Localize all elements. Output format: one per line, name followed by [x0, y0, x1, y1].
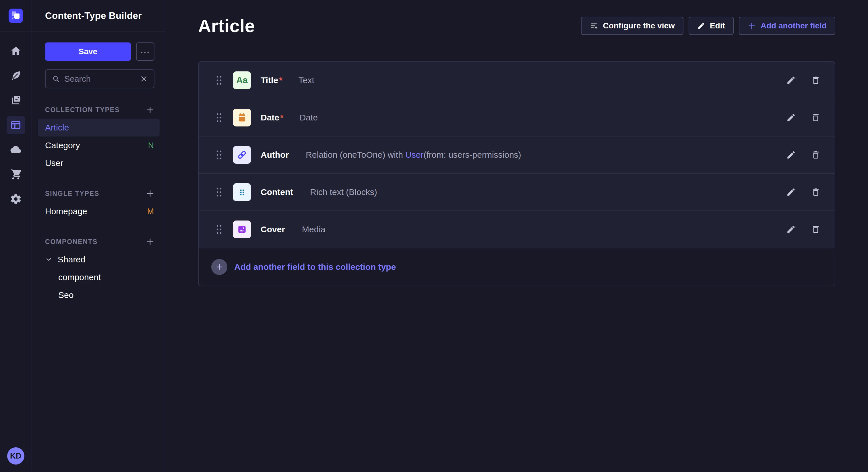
drag-handle-icon[interactable]	[215, 187, 223, 197]
sidebar-item-component[interactable]: component	[45, 268, 154, 286]
fields-table: Aa Title* Text Date* Date	[198, 61, 835, 286]
pencil-icon	[786, 225, 796, 234]
field-name: Content	[260, 187, 293, 197]
save-button[interactable]: Save	[45, 42, 131, 61]
delete-field-button[interactable]	[809, 111, 822, 124]
section-label: COMPONENTS	[45, 238, 98, 246]
status-badge-modified: M	[147, 207, 154, 216]
required-mark: *	[279, 75, 282, 85]
chevron-down-icon	[45, 256, 53, 263]
drag-handle-icon[interactable]	[215, 224, 223, 235]
pencil-icon	[786, 150, 796, 160]
sidebar-item-user[interactable]: User	[38, 154, 160, 172]
pencil-icon	[697, 22, 705, 30]
sidebar-item-article[interactable]: Article	[38, 119, 160, 136]
save-row: Save …	[45, 42, 154, 61]
add-single-type-button[interactable]	[146, 189, 154, 198]
plus-icon	[747, 22, 756, 30]
app-root: KD Content-Type Builder Save …	[0, 0, 868, 472]
table-row-date: Date* Date	[198, 99, 835, 136]
settings-gear-icon[interactable]	[7, 190, 25, 208]
pencil-icon	[786, 113, 796, 123]
section-components: COMPONENTS Shared component Seo	[45, 237, 154, 304]
status-badge-new: N	[148, 141, 154, 150]
add-collection-type-button[interactable]	[146, 105, 154, 114]
plus-icon	[146, 189, 154, 198]
trash-icon	[811, 150, 820, 160]
table-row-title: Aa Title* Text	[198, 62, 835, 99]
trash-icon	[811, 113, 820, 123]
section-single-types: SINGLE TYPES Homepage M	[45, 189, 154, 220]
media-field-icon	[233, 221, 251, 238]
sidebar-item-seo[interactable]: Seo	[45, 286, 154, 304]
field-type: Relation (oneToOne) with User(from: user…	[306, 150, 521, 160]
plus-circle-icon	[211, 259, 227, 275]
media-library-icon[interactable]	[7, 91, 25, 109]
date-field-icon	[233, 109, 251, 127]
delete-field-button[interactable]	[809, 148, 822, 161]
marketplace-cart-icon[interactable]	[7, 165, 25, 183]
edit-field-button[interactable]	[785, 111, 797, 124]
cloud-icon[interactable]	[7, 140, 25, 159]
field-name: Title	[260, 75, 278, 85]
edit-field-button[interactable]	[785, 186, 797, 198]
sidebar-item-homepage[interactable]: Homepage M	[38, 202, 160, 220]
search-input[interactable]	[64, 74, 136, 84]
edit-field-button[interactable]	[785, 223, 797, 236]
plus-icon	[146, 237, 154, 246]
content-type-builder-icon[interactable]	[7, 116, 25, 134]
close-icon	[140, 75, 148, 82]
table-row-author: Author Relation (oneToOne) with User(fro…	[198, 136, 835, 174]
plus-icon	[146, 105, 154, 114]
text-field-icon: Aa	[233, 71, 251, 89]
add-field-footer-button[interactable]: Add another field to this collection typ…	[198, 248, 835, 285]
drag-handle-icon[interactable]	[215, 75, 223, 86]
edit-button[interactable]: Edit	[689, 16, 734, 35]
field-type: Date	[300, 113, 318, 123]
plugin-sidebar: Content-Type Builder Save … COLLECTION T…	[32, 0, 165, 472]
home-icon[interactable]	[7, 42, 25, 60]
edit-field-button[interactable]	[785, 74, 797, 87]
configure-list-icon	[590, 22, 598, 30]
field-type: Text	[299, 75, 314, 85]
component-group-shared[interactable]: Shared	[45, 250, 154, 268]
strapi-logo-icon[interactable]	[9, 9, 23, 23]
field-type: Rich text (Blocks)	[310, 187, 377, 197]
delete-field-button[interactable]	[809, 186, 822, 198]
add-another-field-button[interactable]: Add another field	[739, 16, 835, 35]
user-avatar[interactable]: KD	[7, 447, 24, 465]
table-row-content: Content Rich text (Blocks)	[198, 174, 835, 211]
field-name: Author	[260, 150, 289, 160]
delete-field-button[interactable]	[809, 74, 822, 87]
drag-handle-icon[interactable]	[215, 150, 223, 160]
pencil-icon	[786, 187, 796, 197]
plugin-title: Content-Type Builder	[45, 10, 142, 21]
trash-icon	[811, 75, 820, 85]
add-component-button[interactable]	[146, 237, 154, 246]
sidebar-item-category[interactable]: Category N	[38, 136, 160, 154]
plugin-body: Save … COLLECTION TYPES	[32, 32, 165, 304]
trash-icon	[811, 225, 820, 234]
relation-target-link[interactable]: User	[405, 150, 423, 160]
rail-icon-list	[0, 32, 32, 447]
delete-field-button[interactable]	[809, 223, 822, 236]
pencil-icon	[786, 75, 796, 85]
edit-field-button[interactable]	[785, 148, 797, 161]
page-title: Article	[198, 15, 255, 36]
field-name: Date	[260, 113, 279, 123]
configure-view-button[interactable]: Configure the view	[581, 16, 683, 35]
rail-header	[0, 0, 32, 32]
search-icon	[52, 75, 60, 83]
section-label: SINGLE TYPES	[45, 190, 99, 198]
main-header: Article Configure the view Edit Add anot…	[198, 15, 835, 36]
clear-search-button[interactable]	[140, 75, 148, 82]
add-field-footer-label: Add another field to this collection typ…	[234, 262, 396, 272]
section-label: COLLECTION TYPES	[45, 106, 120, 114]
drag-handle-icon[interactable]	[215, 112, 223, 123]
search-box	[45, 69, 154, 88]
field-name: Cover	[260, 225, 285, 234]
blocks-field-icon	[233, 183, 251, 201]
field-type: Media	[302, 225, 326, 234]
more-options-button[interactable]: …	[136, 42, 154, 61]
content-manager-feather-icon[interactable]	[7, 67, 25, 85]
